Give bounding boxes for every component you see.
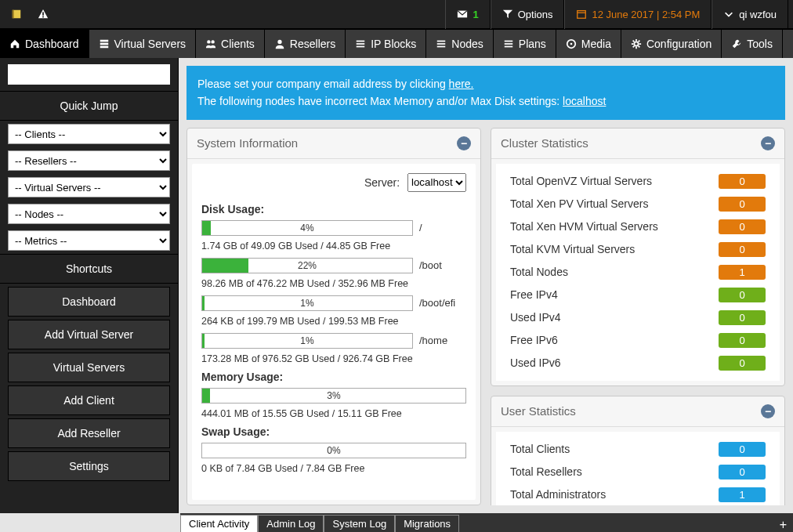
svg-point-12 bbox=[207, 40, 210, 43]
svg-rect-7 bbox=[578, 11, 586, 19]
stat-badge: 0 bbox=[719, 242, 766, 257]
nav-tools[interactable]: Tools bbox=[722, 30, 783, 58]
mount-label: /boot/efi bbox=[419, 297, 466, 309]
alert-localhost-link[interactable]: localhost bbox=[563, 95, 606, 107]
stat-row: Total Resellers0 bbox=[504, 461, 772, 483]
quick-jump-select[interactable]: -- Clients -- bbox=[8, 124, 170, 144]
alert-here-link[interactable]: here. bbox=[449, 78, 474, 90]
nav-configuration[interactable]: Configuration bbox=[621, 30, 722, 58]
stat-badge: 1 bbox=[719, 265, 766, 280]
collapse-icon[interactable]: − bbox=[457, 136, 471, 150]
stat-badge: 0 bbox=[719, 174, 766, 189]
stat-badge: 0 bbox=[719, 442, 766, 457]
main-nav: DashboardVirtual ServersClientsResellers… bbox=[0, 30, 793, 58]
usage-detail: 1.74 GB of 49.09 GB Used / 44.85 GB Free bbox=[201, 241, 466, 252]
bottom-tab-migrations[interactable]: Migrations bbox=[395, 515, 459, 532]
search-input[interactable] bbox=[8, 64, 170, 85]
shortcut-settings[interactable]: Settings bbox=[8, 451, 170, 481]
usage-detail: 264 KB of 199.79 MB Used / 199.53 MB Fre… bbox=[201, 316, 466, 327]
quick-jump-select[interactable]: -- Nodes -- bbox=[8, 204, 170, 224]
usage-detail: 173.28 MB of 976.52 GB Used / 926.74 GB … bbox=[201, 353, 466, 364]
collapse-icon[interactable]: − bbox=[761, 136, 775, 150]
cluster-stats-title: Cluster Statistics bbox=[501, 136, 761, 150]
nav-resellers[interactable]: Resellers bbox=[265, 30, 346, 58]
nav-media[interactable]: Media bbox=[556, 30, 621, 58]
server-select[interactable]: localhost bbox=[407, 173, 466, 192]
quick-jump-select[interactable]: -- Resellers -- bbox=[8, 150, 170, 171]
disk-usage-title: Disk Usage: bbox=[201, 203, 466, 215]
content-area: Please set your company email address by… bbox=[179, 58, 793, 513]
stat-badge: 0 bbox=[719, 310, 766, 325]
bottom-tab-system-log[interactable]: System Log bbox=[324, 515, 395, 532]
nav-dashboard[interactable]: Dashboard bbox=[0, 30, 89, 58]
nav-virtual-servers[interactable]: Virtual Servers bbox=[89, 30, 197, 58]
user-menu[interactable]: qi wzfou bbox=[712, 0, 788, 29]
note-icon[interactable] bbox=[5, 4, 28, 24]
stat-badge: 0 bbox=[719, 333, 766, 348]
mount-label: /boot bbox=[419, 259, 466, 271]
shortcut-add-client[interactable]: Add Client bbox=[8, 385, 170, 415]
date-text: 12 June 2017 | 2:54 PM bbox=[592, 9, 700, 20]
date-display[interactable]: 12 June 2017 | 2:54 PM bbox=[564, 0, 712, 29]
stat-row: Total Administrators1 bbox=[504, 483, 772, 505]
nav-log[interactable]: Log bbox=[783, 30, 793, 58]
system-info-panel: System Information − Server: localhost D… bbox=[186, 128, 481, 505]
svg-rect-23 bbox=[505, 46, 513, 48]
mail-count: 1 bbox=[473, 9, 478, 20]
nav-clients[interactable]: Clients bbox=[196, 30, 265, 58]
usage-detail: 0 KB of 7.84 GB Used / 7.84 GB Free bbox=[201, 463, 466, 474]
options-menu[interactable]: Options bbox=[491, 0, 565, 29]
svg-point-25 bbox=[570, 43, 573, 45]
stat-row: Used IPv40 bbox=[504, 306, 772, 329]
quick-jump-select[interactable]: -- Virtual Servers -- bbox=[8, 177, 170, 197]
nav-nodes[interactable]: Nodes bbox=[426, 30, 493, 58]
mail-indicator[interactable]: 1 bbox=[445, 0, 490, 29]
stat-row: Free IPv60 bbox=[504, 329, 772, 352]
stat-row: Free IPv40 bbox=[504, 284, 772, 306]
quick-jump-select[interactable]: -- Metrics -- bbox=[8, 230, 170, 251]
usage-bar: 22%/boot bbox=[201, 258, 466, 273]
collapse-icon[interactable]: − bbox=[761, 404, 775, 418]
usage-bar: 0% bbox=[201, 443, 466, 458]
svg-rect-10 bbox=[100, 43, 108, 45]
system-info-title: System Information bbox=[197, 136, 457, 150]
shortcut-add-virtual-server[interactable]: Add Virtual Server bbox=[8, 320, 170, 349]
stat-row: Total Xen HVM Virtual Servers0 bbox=[504, 215, 772, 238]
svg-rect-20 bbox=[437, 46, 446, 48]
svg-rect-3 bbox=[42, 12, 44, 15]
stat-row: Total OpenVZ Virtual Servers0 bbox=[504, 170, 772, 193]
bottom-tab-admin-log[interactable]: Admin Log bbox=[258, 515, 324, 532]
user-stats-panel: User Statistics − Total Clients0Total Re… bbox=[491, 396, 785, 505]
svg-rect-4 bbox=[42, 16, 44, 18]
bottom-tab-bar: Client ActivityAdmin LogSystem LogMigrat… bbox=[180, 513, 793, 532]
top-bar: 1 Options 12 June 2017 | 2:54 PM qi wzfo… bbox=[0, 0, 793, 30]
calendar-icon bbox=[576, 9, 587, 20]
alert-line2: The following nodes have incorrect Max M… bbox=[197, 95, 563, 107]
usage-detail: 444.01 MB of 15.55 GB Used / 15.11 GB Fr… bbox=[201, 408, 466, 419]
svg-rect-17 bbox=[357, 46, 365, 48]
bottom-tab-client-activity[interactable]: Client Activity bbox=[180, 515, 258, 532]
svg-point-26 bbox=[634, 42, 638, 45]
shortcut-dashboard[interactable]: Dashboard bbox=[8, 287, 170, 317]
usage-bar: 3% bbox=[201, 388, 466, 404]
usage-bar: 4%/ bbox=[201, 220, 466, 236]
add-tab-icon[interactable]: + bbox=[773, 518, 793, 532]
svg-rect-19 bbox=[437, 43, 446, 45]
warning-icon[interactable] bbox=[31, 4, 55, 24]
svg-point-13 bbox=[212, 40, 215, 43]
stat-badge: 0 bbox=[719, 197, 766, 212]
nav-ip-blocks[interactable]: IP Blocks bbox=[346, 30, 426, 58]
shortcut-add-reseller[interactable]: Add Reseller bbox=[8, 418, 170, 448]
quick-jump-title: Quick Jump bbox=[0, 91, 178, 121]
mount-label: /home bbox=[419, 335, 466, 346]
shortcut-virtual-servers[interactable]: Virtual Servers bbox=[8, 353, 170, 382]
swap-usage-title: Swap Usage: bbox=[201, 425, 466, 438]
nav-plans[interactable]: Plans bbox=[494, 30, 556, 58]
stat-badge: 0 bbox=[719, 288, 766, 302]
mail-icon bbox=[457, 9, 468, 20]
chevron-down-icon bbox=[723, 9, 734, 20]
alert-banner: Please set your company email address by… bbox=[186, 66, 785, 120]
svg-rect-15 bbox=[357, 41, 365, 42]
svg-rect-22 bbox=[505, 43, 513, 45]
stat-badge: 0 bbox=[719, 356, 766, 371]
